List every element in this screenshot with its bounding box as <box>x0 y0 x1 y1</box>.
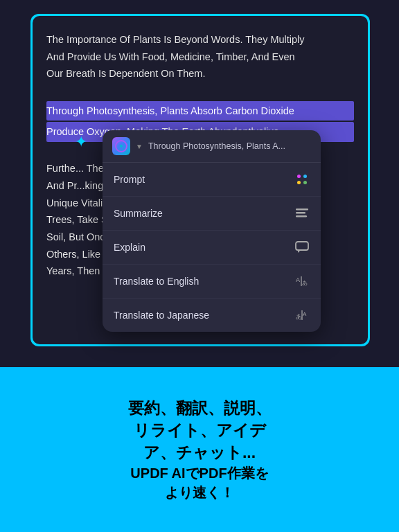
menu-item-explain-label: Explain <box>114 242 145 253</box>
menu-item-summarize-label: Summarize <box>114 208 163 219</box>
dropdown-arrow[interactable]: ▼ <box>136 143 143 150</box>
menu-item-translate-english-label: Translate to English <box>114 276 199 287</box>
svg-rect-5 <box>296 215 307 218</box>
menu-item-explain[interactable]: Explain <box>103 231 321 265</box>
menu-item-prompt[interactable]: Prompt <box>103 163 321 197</box>
svg-text:A: A <box>303 311 307 317</box>
bottom-line-2: リライト、アイデ <box>128 419 272 441</box>
explain-icon <box>294 240 310 255</box>
app-logo <box>112 137 130 155</box>
svg-rect-3 <box>296 209 308 211</box>
doc-line-1: The Importance Of Plants Is Beyond Words… <box>46 31 354 48</box>
svg-marker-7 <box>298 250 301 253</box>
svg-point-2 <box>120 145 123 148</box>
menu-item-prompt-label: Prompt <box>114 174 145 185</box>
translate-japanese-icon: あ A <box>294 308 310 323</box>
bottom-line-5: より速く！ <box>128 483 272 502</box>
context-menu-title: Through Photosynthesis, Plants A... <box>148 141 311 151</box>
doc-line-2: And Provide Us With Food, Medicine, Timb… <box>46 48 354 66</box>
doc-line-3: Our Breath Is Dependent On Them. <box>46 65 354 82</box>
prompt-icon <box>294 172 310 187</box>
bottom-text: 要約、翻訳、説明、 リライト、アイデ ア、チャット... UPDF AIでPDF… <box>128 397 272 503</box>
svg-text:A: A <box>296 276 300 283</box>
translate-english-icon: A あ <box>294 274 310 289</box>
highlight-line-1: Through Photosynthesis, Plants Absorb Ca… <box>46 101 354 121</box>
context-menu: ▼ Through Photosynthesis, Plants A... Pr… <box>103 130 321 332</box>
bottom-line-4: UPDF AIでPDF作業を <box>128 463 272 483</box>
summarize-icon <box>294 206 310 221</box>
bottom-area: 要約、翻訳、説明、 リライト、アイデ ア、チャット... UPDF AIでPDF… <box>107 367 292 532</box>
menu-item-summarize[interactable]: Summarize <box>103 197 321 231</box>
document-area: The Importance Of Plants Is Beyond Words… <box>0 0 399 367</box>
menu-item-translate-japanese-label: Translate to Japanese <box>114 310 209 321</box>
sparkle-icon: ✦ <box>75 133 87 151</box>
bottom-line-3: ア、チャット... <box>128 441 272 463</box>
context-menu-header: ▼ Through Photosynthesis, Plants A... <box>103 130 321 163</box>
menu-item-translate-english[interactable]: Translate to English A あ <box>103 265 321 299</box>
svg-rect-4 <box>296 212 305 214</box>
bottom-line-1: 要約、翻訳、説明、 <box>128 397 272 419</box>
svg-text:あ: あ <box>296 313 302 320</box>
svg-rect-6 <box>296 242 308 250</box>
svg-text:あ: あ <box>302 280 308 286</box>
menu-item-translate-japanese[interactable]: Translate to Japanese あ A <box>103 299 321 332</box>
